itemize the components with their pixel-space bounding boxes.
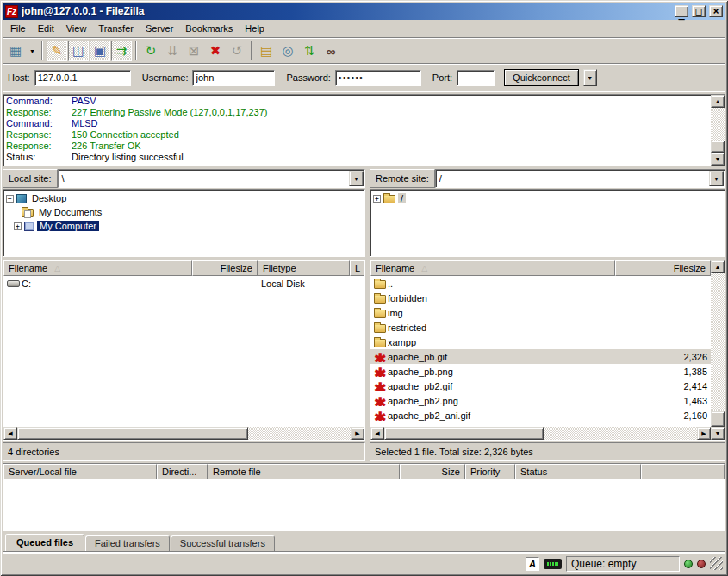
expand-icon[interactable]: +: [14, 222, 22, 230]
scroll-left-icon[interactable]: ◀: [3, 427, 17, 440]
toggle-message-log-icon[interactable]: ✎: [47, 41, 67, 61]
host-input[interactable]: [34, 70, 131, 86]
folder-icon: [374, 339, 386, 347]
remote-file-row[interactable]: ✱apache_pb.png 1,385: [370, 364, 711, 379]
local-horizontal-scrollbar[interactable]: ◀ ▶: [3, 427, 364, 440]
password-input[interactable]: [335, 70, 421, 86]
username-input[interactable]: [192, 70, 275, 86]
refresh-icon[interactable]: ↻: [140, 41, 161, 61]
menu-edit[interactable]: Edit: [32, 22, 60, 35]
resize-grip[interactable]: [710, 557, 723, 570]
find-files-icon[interactable]: ∞: [320, 41, 341, 61]
cancel-operation-icon[interactable]: ⊠: [184, 41, 204, 61]
menu-view[interactable]: View: [60, 22, 93, 35]
column-filename[interactable]: Filename△: [370, 260, 615, 276]
scroll-up-icon[interactable]: ▲: [711, 95, 725, 108]
file-name: apache_pb2.gif: [388, 381, 452, 391]
scroll-thumb[interactable]: [384, 427, 544, 440]
remote-file-row[interactable]: img: [370, 305, 711, 320]
tree-item-root[interactable]: + /: [373, 191, 725, 205]
menu-help[interactable]: Help: [239, 22, 271, 35]
expand-icon[interactable]: +: [373, 195, 381, 203]
scroll-thumb[interactable]: [711, 411, 725, 427]
local-file-row[interactable]: C: Local Disk: [3, 276, 364, 291]
remote-file-row[interactable]: ..: [370, 276, 711, 291]
maximize-button[interactable]: □: [692, 5, 706, 17]
scroll-thumb[interactable]: [17, 427, 248, 440]
column-status[interactable]: Status: [515, 464, 641, 479]
filezilla-window: Fz john@127.0.0.1 - FileZilla _ □ × File…: [0, 0, 728, 576]
disconnect-icon[interactable]: ✖: [205, 41, 226, 61]
collapse-icon[interactable]: −: [6, 195, 14, 203]
quickconnect-button[interactable]: Quickconnect: [504, 69, 579, 86]
synchronized-browsing-icon[interactable]: ⇅: [299, 41, 320, 61]
column-priority[interactable]: Priority: [465, 464, 515, 479]
toggle-transfer-queue-icon[interactable]: ⇉: [111, 41, 132, 61]
toggle-local-tree-icon[interactable]: ◫: [68, 41, 89, 61]
menu-transfer[interactable]: Transfer: [92, 22, 140, 35]
log-text: 150 Connection accepted: [72, 129, 179, 140]
column-remote-file[interactable]: Remote file: [208, 464, 400, 479]
tab-queued-files[interactable]: Queued files: [5, 534, 84, 551]
local-site-dropdown-icon[interactable]: ▼: [349, 171, 364, 186]
scroll-down-icon[interactable]: ▼: [711, 427, 725, 440]
scroll-right-icon[interactable]: ▶: [351, 427, 364, 440]
queue-body: [3, 479, 725, 530]
column-filename[interactable]: Filename△: [3, 260, 192, 276]
column-last-modified[interactable]: L: [350, 260, 364, 276]
speed-limits-icon[interactable]: [544, 559, 562, 569]
port-input[interactable]: [457, 70, 495, 86]
minimize-button[interactable]: _: [675, 5, 688, 17]
remote-file-row[interactable]: restricted: [370, 320, 711, 335]
remote-vertical-scrollbar[interactable]: ▲ ▼: [711, 260, 725, 440]
column-filesize[interactable]: Filesize: [615, 260, 711, 276]
remote-file-row[interactable]: forbidden: [370, 291, 711, 305]
process-queue-icon[interactable]: ⇊: [162, 41, 183, 61]
scroll-right-icon[interactable]: ▶: [697, 427, 711, 440]
column-direction[interactable]: Directi...: [157, 464, 208, 479]
remote-file-row[interactable]: ✱apache_pb2_ani.gif 2,160: [370, 408, 711, 423]
site-manager-icon[interactable]: ▦: [5, 41, 26, 61]
remote-file-row[interactable]: xampp: [370, 335, 711, 349]
tree-item-desktop[interactable]: − Desktop: [6, 191, 364, 205]
directory-comparison-icon[interactable]: ◎: [277, 41, 298, 61]
menu-server[interactable]: Server: [140, 22, 179, 35]
directory-listing-filters-icon[interactable]: ▤: [256, 41, 277, 61]
scroll-thumb[interactable]: [711, 141, 725, 153]
remote-site-dropdown-icon[interactable]: ▼: [709, 171, 724, 186]
remote-horizontal-scrollbar[interactable]: ◀ ▶: [370, 427, 711, 440]
remote-file-row[interactable]: ✱apache_pb2.png 1,463: [370, 393, 711, 408]
menu-bookmarks[interactable]: Bookmarks: [179, 22, 239, 35]
menu-file[interactable]: File: [4, 22, 32, 35]
data-type-indicator-icon[interactable]: A: [526, 557, 539, 571]
remote-file-row[interactable]: ✱apache_pb2.gif 2,414: [370, 379, 711, 393]
image-file-icon: ✱: [374, 370, 386, 377]
close-button[interactable]: ×: [709, 5, 723, 17]
column-server-local-file[interactable]: Server/Local file: [3, 464, 157, 479]
remote-site-combobox[interactable]: / ▼: [435, 169, 725, 188]
scroll-left-icon[interactable]: ◀: [370, 427, 384, 440]
tab-failed-transfers[interactable]: Failed transfers: [85, 535, 170, 551]
log-line: Command:MLSD: [6, 118, 711, 129]
tree-label: Desktop: [29, 193, 69, 203]
tree-label: My Documents: [36, 207, 104, 217]
scroll-track: [711, 108, 725, 153]
column-filesize[interactable]: Filesize: [192, 260, 258, 276]
column-size[interactable]: Size: [400, 464, 465, 479]
log-label: Response:: [6, 141, 72, 152]
file-name: apache_pb2.png: [388, 396, 458, 406]
tree-item-my-documents[interactable]: My Documents: [6, 205, 364, 219]
file-name: C:: [22, 279, 31, 289]
tab-successful-transfers[interactable]: Successful transfers: [171, 535, 275, 551]
column-filetype[interactable]: Filetype: [258, 260, 350, 276]
quickconnect-dropdown-icon[interactable]: ▼: [583, 69, 597, 86]
toggle-remote-tree-icon[interactable]: ▣: [90, 41, 110, 61]
local-site-combobox[interactable]: \ ▼: [58, 169, 365, 188]
tree-item-my-computer[interactable]: + My Computer: [6, 219, 364, 233]
scroll-up-icon[interactable]: ▲: [711, 260, 725, 273]
log-vertical-scrollbar[interactable]: ▲ ▼: [711, 95, 725, 166]
scroll-down-icon[interactable]: ▼: [711, 153, 725, 166]
site-manager-dropdown-icon[interactable]: ▼: [27, 41, 38, 61]
reconnect-icon[interactable]: ↺: [227, 41, 247, 61]
remote-file-row-selected[interactable]: ✱apache_pb.gif 2,326: [370, 349, 711, 364]
